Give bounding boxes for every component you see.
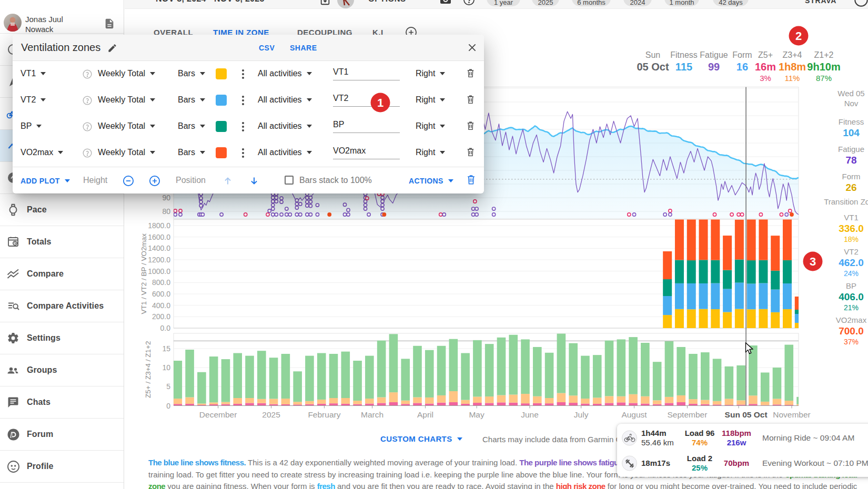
help-icon[interactable] bbox=[463, 0, 475, 8]
caret-down-icon bbox=[41, 72, 46, 75]
activity-filter-select[interactable]: All activities bbox=[258, 121, 312, 131]
move-down-button[interactable] bbox=[248, 175, 260, 189]
add-plot-button[interactable]: ADD PLOT bbox=[21, 177, 70, 185]
help-icon[interactable] bbox=[82, 121, 93, 134]
color-swatch[interactable] bbox=[216, 95, 227, 106]
panel-bp: BP406.021% bbox=[809, 281, 868, 312]
activity-filter-select[interactable]: All activities bbox=[258, 69, 312, 78]
style-select[interactable]: Bars bbox=[178, 148, 205, 157]
svg-text:800.0: 800.0 bbox=[152, 278, 170, 287]
axis-select[interactable]: Right bbox=[416, 69, 445, 78]
sidebar-item-compare[interactable]: Compare bbox=[0, 258, 124, 290]
range-pill[interactable]: 1 month bbox=[664, 0, 699, 6]
aggregate-select[interactable]: Weekly Total bbox=[98, 148, 155, 157]
range-pill[interactable]: 1 year bbox=[487, 0, 520, 6]
delete-row-icon[interactable] bbox=[466, 147, 475, 159]
sidebar-profile[interactable]: Jonas Juul Nowack bbox=[0, 0, 124, 34]
activity-row[interactable]: 18m17sLoad 225%70bpmEvening Workout ~ 07… bbox=[617, 451, 868, 476]
aggregate-select[interactable]: Weekly Total bbox=[98, 121, 155, 131]
sidebar-item-forum[interactable]: Forum bbox=[0, 419, 124, 451]
activity-filter-select[interactable]: All activities bbox=[258, 148, 312, 157]
strava-label[interactable]: STRAVA bbox=[805, 0, 836, 5]
caret-down-icon bbox=[457, 437, 462, 441]
range-pill[interactable]: 6 months bbox=[572, 0, 611, 6]
svg-text:15: 15 bbox=[162, 344, 170, 353]
caret-down-icon bbox=[448, 179, 453, 182]
panel-zone-value: 406.0 bbox=[809, 291, 868, 303]
description-highlight-fitness: The blue line shows fitness. bbox=[148, 458, 246, 467]
series-select[interactable]: VT2 bbox=[21, 95, 46, 105]
options-button[interactable]: OPTIONS bbox=[368, 0, 406, 3]
activity-load: Load 225% bbox=[683, 454, 716, 473]
style-select[interactable]: Bars bbox=[178, 121, 205, 131]
caret-down-icon bbox=[307, 72, 312, 75]
aggregate-select[interactable]: Weekly Total bbox=[98, 69, 155, 78]
caret-down-icon bbox=[200, 72, 205, 75]
plot-row-bp: BPWeekly TotalBarsAll activitiesBPRight bbox=[13, 114, 484, 140]
sidebar-item-totals[interactable]: Totals bbox=[0, 226, 124, 258]
increase-height-button[interactable] bbox=[149, 175, 160, 189]
series-select[interactable]: VO2max bbox=[21, 148, 63, 157]
export-icon[interactable] bbox=[319, 0, 331, 8]
edit-title-icon[interactable] bbox=[107, 43, 117, 55]
sync-icon[interactable] bbox=[854, 0, 868, 9]
series-name-input[interactable]: VO2max bbox=[333, 146, 400, 159]
series-name-input[interactable]: BP bbox=[333, 120, 400, 133]
delete-row-icon[interactable] bbox=[466, 94, 475, 107]
sidebar-item-pace[interactable]: Pace bbox=[0, 194, 124, 226]
plot-row-vo2max: VO2maxWeekly TotalBarsAll activitiesVO2m… bbox=[13, 140, 484, 166]
activity-filter-select[interactable]: All activities bbox=[258, 95, 312, 105]
stat-pct: 3% bbox=[755, 73, 776, 83]
activity-row[interactable]: 1h44m55.46 kmLoad 9674%118bpm216wMorning… bbox=[617, 425, 868, 451]
csv-button[interactable]: CSV bbox=[259, 44, 275, 52]
help-icon[interactable] bbox=[82, 69, 93, 82]
close-icon[interactable] bbox=[467, 42, 478, 55]
more-options-icon[interactable] bbox=[238, 68, 248, 83]
sidebar-item-compare-activities[interactable]: Compare Activities bbox=[0, 290, 124, 322]
range-pill[interactable]: 2025 bbox=[532, 0, 559, 6]
sidebar-item-settings[interactable]: Settings bbox=[0, 322, 124, 354]
date-range[interactable]: NOV 5, 2024 - NOV 5, 2025 bbox=[156, 0, 265, 4]
range-pill[interactable]: 42 days bbox=[713, 0, 749, 6]
help-icon[interactable] bbox=[82, 95, 93, 108]
style-select[interactable]: Bars bbox=[178, 69, 205, 78]
document-icon[interactable] bbox=[104, 18, 115, 32]
sidebar-item-chats[interactable]: Chats bbox=[0, 386, 124, 419]
position-label: Position bbox=[176, 176, 206, 185]
aggregate-select[interactable]: Weekly Total bbox=[98, 95, 155, 105]
delete-row-icon[interactable] bbox=[466, 68, 475, 80]
avatar[interactable] bbox=[4, 14, 22, 32]
camera-icon[interactable] bbox=[439, 0, 452, 8]
axis-select[interactable]: Right bbox=[416, 121, 445, 131]
series-select[interactable]: BP bbox=[21, 121, 42, 131]
series-select[interactable]: VT1 bbox=[21, 69, 46, 78]
axis-select[interactable]: Right bbox=[416, 95, 445, 105]
delete-chart-icon[interactable] bbox=[466, 174, 476, 187]
color-swatch[interactable] bbox=[216, 121, 227, 132]
annotation-badge-2: 2 bbox=[789, 26, 809, 46]
sidebar-item-label: Forum bbox=[27, 430, 53, 439]
more-options-icon[interactable] bbox=[238, 120, 248, 135]
move-up-button[interactable] bbox=[222, 175, 234, 189]
custom-charts-button[interactable]: CUSTOM CHARTS bbox=[380, 434, 462, 443]
stack-checkbox[interactable] bbox=[285, 176, 294, 185]
share-button[interactable]: SHARE bbox=[290, 44, 317, 52]
panel-metric-label: Form bbox=[809, 171, 868, 181]
color-swatch[interactable] bbox=[216, 147, 227, 158]
svg-text:2025: 2025 bbox=[262, 410, 280, 419]
style-select[interactable]: Bars bbox=[178, 95, 205, 105]
color-swatch[interactable] bbox=[216, 68, 227, 79]
sidebar-item-groups[interactable]: Groups bbox=[0, 354, 124, 386]
help-icon[interactable] bbox=[82, 148, 93, 160]
series-name-input[interactable]: VT1 bbox=[333, 67, 400, 80]
delete-row-icon[interactable] bbox=[466, 120, 475, 133]
more-options-icon[interactable] bbox=[238, 94, 248, 109]
actions-button[interactable]: ACTIONS bbox=[409, 177, 453, 185]
activity-name: Evening Workout ~ 07:10 PM bbox=[762, 459, 868, 468]
sidebar-item-profile[interactable]: Profile bbox=[0, 451, 124, 483]
axis-select[interactable]: Right bbox=[416, 148, 445, 157]
range-pill[interactable]: 2024 bbox=[623, 0, 652, 6]
decrease-height-button[interactable] bbox=[123, 175, 134, 189]
more-options-icon[interactable] bbox=[238, 147, 248, 161]
club-avatar[interactable] bbox=[337, 0, 354, 9]
